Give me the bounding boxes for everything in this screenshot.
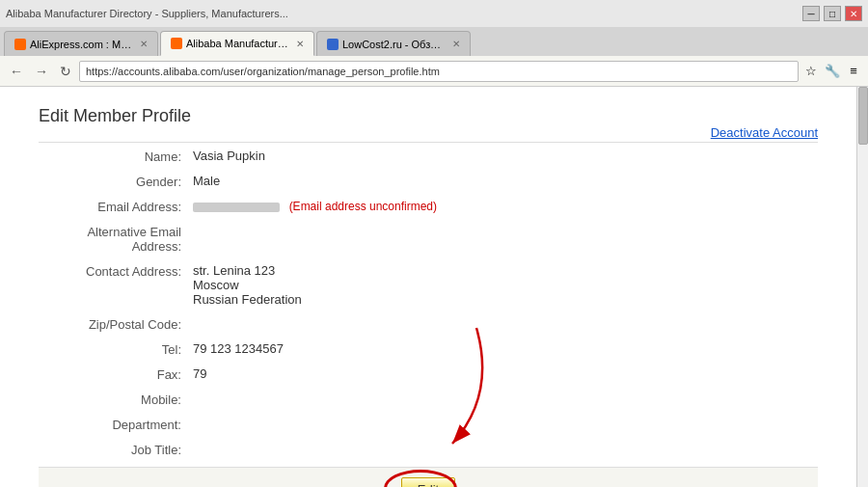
close-button[interactable]: ✕ <box>845 6 862 21</box>
tab-alibaba-label: Alibaba Manufacture... <box>186 38 288 49</box>
department-label: Department: <box>39 417 193 432</box>
department-row: Department: <box>39 417 818 432</box>
gender-label: Gender: <box>39 174 193 189</box>
maximize-button[interactable]: □ <box>824 6 841 21</box>
menu-icon[interactable]: ≡ <box>845 63 862 80</box>
tel-value: 79 123 1234567 <box>193 341 818 356</box>
extensions-icon[interactable]: 🔧 <box>824 63 841 80</box>
footer-bar: Edit <box>39 467 818 487</box>
zip-row: Zip/Postal Code: <box>39 316 818 332</box>
lowcost-favicon <box>327 39 339 50</box>
job-title-row: Job Title: <box>39 442 818 457</box>
aliexpress-favicon <box>14 39 26 50</box>
minimize-button[interactable]: ─ <box>802 6 820 21</box>
page-title: Edit Member Profile <box>39 106 818 126</box>
mobile-label: Mobile: <box>39 392 193 407</box>
name-row: Name: Vasia Pupkin <box>39 149 818 164</box>
zip-label: Zip/Postal Code: <box>39 316 193 332</box>
alt-email-row: Alternative Email Address: <box>39 224 818 254</box>
edit-button[interactable]: Edit <box>401 477 455 487</box>
bookmark-icon[interactable]: ☆ <box>802 63 820 80</box>
tab-aliexpress[interactable]: AliExpress.com : My ... ✕ <box>4 31 158 56</box>
fax-label: Fax: <box>39 366 193 382</box>
alt-email-label: Alternative Email Address: <box>39 224 193 254</box>
tab-alibaba[interactable]: Alibaba Manufacture... ✕ <box>160 31 314 56</box>
tel-row: Tel: 79 123 1234567 <box>39 341 818 357</box>
address-bar: ← → ↻ ☆ 🔧 ≡ <box>0 56 868 87</box>
scrollbar[interactable] <box>856 87 868 487</box>
title-bar: Alibaba Manufacturer Directory - Supplie… <box>0 0 868 27</box>
divider <box>39 142 818 143</box>
browser-actions: ☆ 🔧 ≡ <box>802 63 862 80</box>
alibaba-favicon <box>171 38 182 49</box>
name-label: Name: <box>39 149 193 164</box>
gender-row: Gender: Male <box>39 174 818 189</box>
email-value: (Email address unconfirmed) <box>193 199 818 213</box>
email-label: Email Address: <box>39 199 193 214</box>
tab-lowcost-close[interactable]: ✕ <box>452 39 460 49</box>
forward-button[interactable]: → <box>31 62 52 81</box>
tab-lowcost[interactable]: LowCost2.ru - Обзор ... ✕ <box>316 31 471 56</box>
tab-aliexpress-label: AliExpress.com : My ... <box>30 39 132 50</box>
email-masked <box>193 203 280 212</box>
refresh-button[interactable]: ↻ <box>56 62 75 81</box>
content-area: Edit Member Profile Deactivate Account N… <box>0 87 856 487</box>
name-value: Vasia Pupkin <box>193 149 818 163</box>
tel-label: Tel: <box>39 341 193 357</box>
mobile-row: Mobile: <box>39 392 818 407</box>
gender-value: Male <box>193 174 818 188</box>
contact-address-label: Contact Address: <box>39 263 193 279</box>
window-controls: ─ □ ✕ <box>802 6 862 21</box>
browser-title-text: Alibaba Manufacturer Directory - Supplie… <box>6 8 288 19</box>
email-row: Email Address: (Email address unconfirme… <box>39 199 818 214</box>
url-input[interactable] <box>79 61 799 82</box>
tabs-bar: AliExpress.com : My ... ✕ Alibaba Manufa… <box>0 27 868 56</box>
tab-aliexpress-close[interactable]: ✕ <box>140 39 148 49</box>
contact-address-row: Contact Address: str. Lenina 123MoscowRu… <box>39 263 818 307</box>
job-title-label: Job Title: <box>39 442 193 457</box>
email-unconfirmed-badge: (Email address unconfirmed) <box>289 200 437 213</box>
contact-address-value: str. Lenina 123MoscowRussian Federation <box>193 263 818 307</box>
back-button[interactable]: ← <box>6 62 27 81</box>
tab-alibaba-close[interactable]: ✕ <box>296 39 304 49</box>
fax-row: Fax: 79 <box>39 366 818 382</box>
deactivate-account-link[interactable]: Deactivate Account <box>711 125 818 140</box>
tab-lowcost-label: LowCost2.ru - Обзор ... <box>342 39 445 50</box>
scrollbar-thumb[interactable] <box>858 87 868 145</box>
edit-button-container: Edit <box>401 477 455 487</box>
fax-value: 79 <box>193 366 818 381</box>
page-content: Edit Member Profile Deactivate Account N… <box>0 87 868 487</box>
